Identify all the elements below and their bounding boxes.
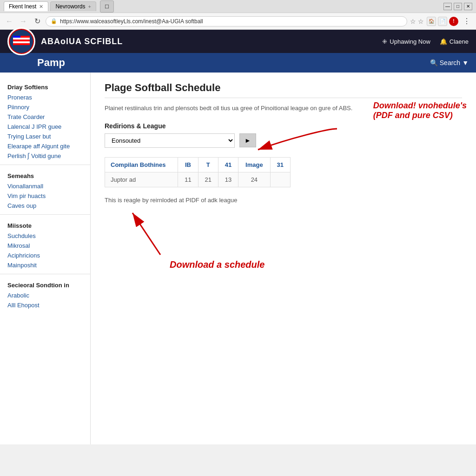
reload-button[interactable]: ↻ bbox=[32, 16, 43, 27]
table-cell-col3: 13 bbox=[218, 172, 238, 187]
sidebar-item-elearape[interactable]: Elearape aff Algunt gite bbox=[0, 141, 90, 151]
window-controls: — □ ✕ bbox=[443, 3, 472, 10]
sidebar-section-miissote: Miissote bbox=[0, 218, 90, 231]
table-header-name: Compilan Bothines bbox=[105, 157, 178, 172]
annotation-download2-label: Download a schedule bbox=[170, 259, 264, 270]
ext-icon-2[interactable]: 📄 bbox=[438, 17, 447, 26]
table-header-image: Image bbox=[238, 157, 271, 172]
annotation-line1: Download! vnohedule's bbox=[373, 101, 467, 111]
site-topbar: ABAolUA SCFIBLL ⁜ Uphawing Now 🔔 Claene bbox=[0, 30, 476, 53]
minimize-button[interactable]: — bbox=[443, 3, 452, 10]
sidebar-item-perlish[interactable]: Perlish ʃ Voltid gune bbox=[0, 151, 90, 161]
sidebar-section-semeahs: Semeahs bbox=[0, 169, 90, 181]
uphawing-button[interactable]: ⁜ Uphawing Now bbox=[382, 38, 430, 45]
section-label: Redirions & League bbox=[105, 122, 462, 130]
sidebar-item-lalencal[interactable]: Lalencal J IPR guee bbox=[0, 122, 90, 132]
close-button[interactable]: ✕ bbox=[464, 3, 472, 10]
sidebar-divider-1 bbox=[0, 165, 90, 165]
table-header-31: 31 bbox=[270, 157, 290, 172]
sidebar-item-trying-laser[interactable]: Trying Laser but bbox=[0, 132, 90, 141]
sidebar-item-mikrosal[interactable]: Mikrosal bbox=[0, 241, 90, 251]
star-filled-icon[interactable]: ☆ bbox=[418, 18, 424, 25]
topbar-right: ⁜ Uphawing Now 🔔 Claene bbox=[382, 38, 469, 45]
star-icon[interactable]: ☆ bbox=[410, 18, 416, 25]
site-name: ABAolUA SCFIBLL bbox=[41, 37, 382, 46]
annotation-download-text: Download! vnohedule's (PDF and pure CSV) bbox=[373, 101, 467, 120]
sidebar-item-piinnory[interactable]: Piinnory bbox=[0, 102, 90, 112]
sidebar-item-suchdules[interactable]: Suchdules bbox=[0, 231, 90, 241]
browser-menu-button[interactable]: ⋮ bbox=[461, 16, 472, 26]
sidebar-item-trate[interactable]: Trate Coarder bbox=[0, 112, 90, 122]
content-area: Plage Softball Schedule Plainet restiina… bbox=[91, 73, 476, 444]
uphawing-label: Uphawing Now bbox=[390, 38, 430, 45]
claene-button[interactable]: 🔔 Claene bbox=[440, 38, 469, 45]
url-text: https://www.walceasoftleyLls.com/inest@A… bbox=[60, 18, 402, 25]
dropdown-area: Eonsouted ► Download! vnohedule's (PDF a… bbox=[105, 133, 462, 148]
sidebar-section-driay: Driay Softiens bbox=[0, 80, 90, 93]
browser-titlebar: Fkent Inest ✕ Nevrowords + □ — □ ✕ bbox=[0, 0, 476, 13]
tab-inactive-close[interactable]: + bbox=[88, 4, 91, 9]
table-header-41: 41 bbox=[218, 157, 238, 172]
dropdown-row: Eonsouted ► bbox=[105, 133, 462, 148]
chevron-down-icon: ▼ bbox=[462, 59, 469, 66]
sidebar-item-caves[interactable]: Caves oup bbox=[0, 201, 90, 211]
bookmark-icons: ☆ ☆ bbox=[410, 18, 424, 25]
annotation-arrow-2 bbox=[105, 204, 198, 259]
nav-title: Pamp bbox=[37, 57, 65, 69]
new-tab-icon: □ bbox=[105, 3, 109, 10]
new-tab-button[interactable]: □ bbox=[100, 0, 114, 13]
search-label: Search bbox=[440, 59, 460, 66]
dropdown-arrow-button[interactable]: ► bbox=[239, 133, 256, 147]
ext-icon-1[interactable]: 🏠 bbox=[427, 17, 436, 26]
tab-active[interactable]: Fkent Inest ✕ bbox=[4, 1, 48, 11]
league-dropdown[interactable]: Eonsouted bbox=[105, 133, 235, 148]
table-cell-name: Juptor ad bbox=[105, 172, 178, 187]
main-layout: Driay Softiens Proneras Piinnory Trate C… bbox=[0, 73, 476, 444]
grid-icon: ⁜ bbox=[382, 38, 387, 45]
tab-close-icon[interactable]: ✕ bbox=[39, 4, 43, 10]
site-logo bbox=[7, 27, 35, 55]
notification-badge[interactable]: ! bbox=[449, 17, 458, 26]
sidebar-item-aciphricions[interactable]: Aciphricions bbox=[0, 251, 90, 260]
extension-icons: 🏠 📄 ! bbox=[427, 17, 458, 26]
sidebar-item-mainposhit[interactable]: Mainposhit bbox=[0, 260, 90, 270]
tab-inactive-label: Nevrowords bbox=[55, 3, 85, 10]
sidebar-divider-2 bbox=[0, 214, 90, 215]
back-button[interactable]: ← bbox=[4, 16, 15, 27]
claene-label: Claene bbox=[450, 38, 469, 45]
page-title: Plage Softball Schedule bbox=[105, 82, 462, 94]
sidebar-item-vim[interactable]: Vim pir huacts bbox=[0, 191, 90, 201]
tab-bar: Fkent Inest ✕ Nevrowords + □ bbox=[4, 0, 440, 13]
table-cell-empty bbox=[270, 172, 290, 187]
schedule-table: Compilan Bothines IB T 41 Image 31 Jupto… bbox=[105, 157, 291, 187]
url-bar[interactable]: 🔒 https://www.walceasoftleyLls.com/inest… bbox=[46, 16, 407, 26]
sidebar-item-arabolic[interactable]: Arabolic bbox=[0, 291, 90, 300]
download-note: This is reagle by reirnloded at PIDF of … bbox=[105, 197, 462, 204]
bell-icon: 🔔 bbox=[440, 38, 447, 45]
table-header-ib: IB bbox=[178, 157, 198, 172]
maximize-button[interactable]: □ bbox=[454, 3, 462, 10]
sidebar: Driay Softiens Proneras Piinnory Trate C… bbox=[0, 73, 91, 444]
sidebar-item-alll-ehopost[interactable]: Alll Ehopost bbox=[0, 300, 90, 310]
table-cell-col2: 21 bbox=[198, 172, 218, 187]
table-cell-col4: 24 bbox=[238, 172, 271, 187]
table-cell-col1: 11 bbox=[178, 172, 198, 187]
tab-label: Fkent Inest bbox=[9, 3, 36, 10]
sidebar-item-vionallanmall[interactable]: Vionallanmall bbox=[0, 181, 90, 191]
table-row: Juptor ad 11 21 13 24 bbox=[105, 172, 291, 187]
security-icon: 🔒 bbox=[51, 18, 57, 24]
address-bar-area: ← → ↻ 🔒 https://www.walceasoftleyLls.com… bbox=[0, 13, 476, 30]
search-icon: 🔍 bbox=[430, 59, 438, 66]
annotation-line2: (PDF and pure CSV) bbox=[373, 111, 467, 120]
download-note-area: This is reagle by reirnloded at PIDF of … bbox=[105, 197, 462, 261]
table-header-t: T bbox=[198, 157, 218, 172]
forward-button[interactable]: → bbox=[18, 16, 29, 27]
search-button[interactable]: 🔍 Search ▼ bbox=[430, 59, 469, 66]
sidebar-divider-3 bbox=[0, 274, 90, 274]
sidebar-section-secieoral: Secieoral Sondtion in bbox=[0, 278, 90, 291]
tab-inactive[interactable]: Nevrowords + bbox=[50, 1, 96, 11]
site-nav: Pamp 🔍 Search ▼ bbox=[0, 53, 476, 73]
sidebar-item-proneras[interactable]: Proneras bbox=[0, 93, 90, 102]
annotation-download2-text: Download a schedule bbox=[170, 259, 264, 270]
